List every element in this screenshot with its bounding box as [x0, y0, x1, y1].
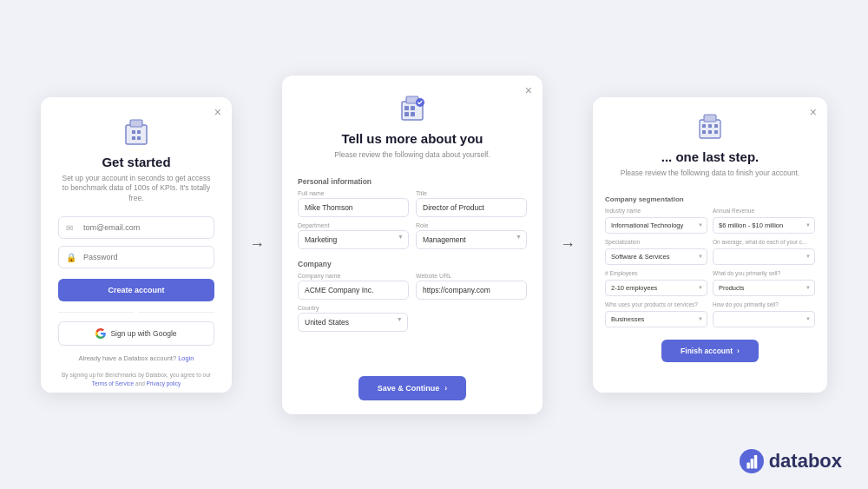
signin-text: Already have a Databox account? Login [78, 354, 194, 362]
who-uses-select[interactable]: Businesses [605, 311, 707, 327]
employees-field: # Employees 2-10 employees ▼ [605, 270, 707, 296]
company-name-field: Company name [298, 273, 409, 300]
website-input[interactable] [416, 281, 527, 300]
svg-rect-22 [746, 462, 750, 468]
svg-rect-20 [714, 130, 718, 134]
save-continue-label: Save & Continue [378, 384, 440, 393]
annual-revenue-field: Annual Revenue $6 million - $10 million … [713, 208, 815, 234]
name-title-row: Full name Title [298, 190, 527, 217]
svg-rect-13 [700, 120, 720, 138]
lock-icon: 🔒 [66, 253, 76, 262]
privacy-link[interactable]: Privacy policy [147, 380, 181, 387]
brand-section: databox [740, 449, 842, 473]
step1-subtitle: Set up your account in seconds to get ac… [58, 174, 214, 205]
svg-rect-8 [404, 106, 409, 110]
annual-revenue-label: Annual Revenue [713, 208, 815, 214]
svg-rect-17 [714, 124, 718, 128]
password-input[interactable] [58, 246, 214, 268]
country-field: Country United States ▼ [298, 305, 408, 332]
email-input[interactable] [58, 216, 214, 239]
svg-rect-10 [404, 112, 409, 116]
specialization-select[interactable]: Software & Services [605, 248, 707, 265]
svg-rect-4 [132, 136, 135, 140]
industry-field: Industry name Informational Technology ▼ [605, 208, 707, 234]
title-input[interactable] [416, 198, 527, 217]
google-icon [95, 328, 106, 339]
primary-sell-field: What do you primarily sell? Products ▼ [713, 270, 815, 296]
country-select[interactable]: United States [298, 313, 408, 332]
svg-rect-1 [130, 120, 142, 127]
role-label: Role [416, 222, 527, 228]
svg-rect-14 [704, 115, 716, 122]
create-account-button[interactable]: Create account [58, 279, 214, 301]
country-row: Country United States ▼ [298, 305, 527, 332]
segmentation-grid: Industry name Informational Technology ▼… [605, 208, 815, 327]
company-name-input[interactable] [298, 281, 409, 300]
arrow-right-icon: › [444, 384, 447, 393]
department-field: Department Marketing ▼ [298, 222, 409, 249]
login-link[interactable]: Login [178, 354, 194, 362]
title-label: Title [416, 190, 527, 196]
who-uses-select-wrap: Businesses ▼ [605, 309, 707, 327]
svg-rect-2 [132, 130, 135, 134]
arrow-1: → [249, 235, 265, 254]
primary-sell-label: What do you primarily sell? [713, 270, 815, 276]
step3-modal: × ... one last step. Please review the f… [593, 97, 827, 393]
databox-logo-icon [740, 449, 764, 473]
specialization-label: Specialization [605, 239, 707, 245]
save-continue-button[interactable]: Save & Continue › [358, 376, 467, 400]
dept-role-row: Department Marketing ▼ Role Management ▼ [298, 222, 527, 249]
how-sell-label: How do you primarily sell? [713, 301, 815, 307]
annual-revenue-select-wrap: $6 million - $10 million ▼ [713, 215, 815, 234]
primary-sell-select[interactable]: Products [713, 280, 815, 296]
svg-rect-5 [137, 136, 141, 140]
how-sell-select[interactable] [713, 311, 815, 327]
avg-spend-label: On average, what do each of your c... [713, 239, 815, 245]
step3-title: ... one last step. [661, 149, 760, 164]
employees-label: # Employees [605, 270, 707, 276]
step1-close-button[interactable]: × [214, 106, 221, 118]
step2-title: Tell us more about you [341, 131, 483, 146]
step2-modal: × Tell us more about you Please review t… [282, 76, 542, 414]
employees-select-wrap: 2-10 employees ▼ [605, 278, 707, 296]
svg-rect-9 [411, 106, 415, 110]
step3-icon [694, 111, 726, 142]
divider [58, 312, 214, 313]
finish-account-label: Finish account [681, 347, 733, 355]
who-uses-field: Who uses your products or services? Busi… [605, 301, 707, 327]
personal-info-label: Personal information [298, 177, 527, 186]
tos-text: By signing up for Benchmarks by Databox,… [58, 371, 214, 388]
finish-account-button[interactable]: Finish account › [661, 340, 759, 362]
finish-arrow-icon: › [737, 347, 740, 355]
password-input-wrap: 🔒 [58, 246, 214, 268]
brand-name: databox [769, 450, 842, 472]
svg-rect-11 [411, 112, 415, 116]
google-signup-button[interactable]: Sign up with Google [58, 321, 214, 346]
title-field: Title [416, 190, 527, 217]
employees-select[interactable]: 2-10 employees [605, 280, 707, 296]
annual-revenue-select[interactable]: $6 million - $10 million [713, 217, 815, 234]
tos-link[interactable]: Terms of Service [92, 380, 134, 387]
step2-close-button[interactable]: × [525, 84, 532, 96]
email-input-wrap: ✉ [58, 216, 214, 239]
department-select[interactable]: Marketing [298, 230, 409, 249]
google-btn-label: Sign up with Google [110, 329, 176, 338]
fullname-input[interactable] [298, 198, 409, 217]
company-website-row: Company name Website URL [298, 273, 527, 300]
avg-spend-select[interactable] [713, 248, 815, 265]
company-name-label: Company name [298, 273, 409, 279]
svg-rect-3 [137, 130, 141, 134]
industry-label: Industry name [605, 208, 707, 214]
step1-title: Get started [102, 155, 170, 169]
svg-rect-0 [126, 125, 147, 144]
svg-rect-18 [702, 130, 706, 134]
role-select[interactable]: Management [416, 230, 527, 249]
segmentation-label: Company segmentation [605, 195, 815, 203]
industry-select[interactable]: Informational Technology [605, 217, 707, 234]
step3-close-button[interactable]: × [810, 106, 817, 118]
country-label: Country [298, 305, 408, 311]
role-field: Role Management ▼ [416, 222, 527, 249]
svg-rect-24 [753, 455, 757, 468]
step2-subtitle: Please review the following data about y… [334, 150, 490, 161]
how-sell-field: How do you primarily sell? ▼ [713, 301, 815, 327]
